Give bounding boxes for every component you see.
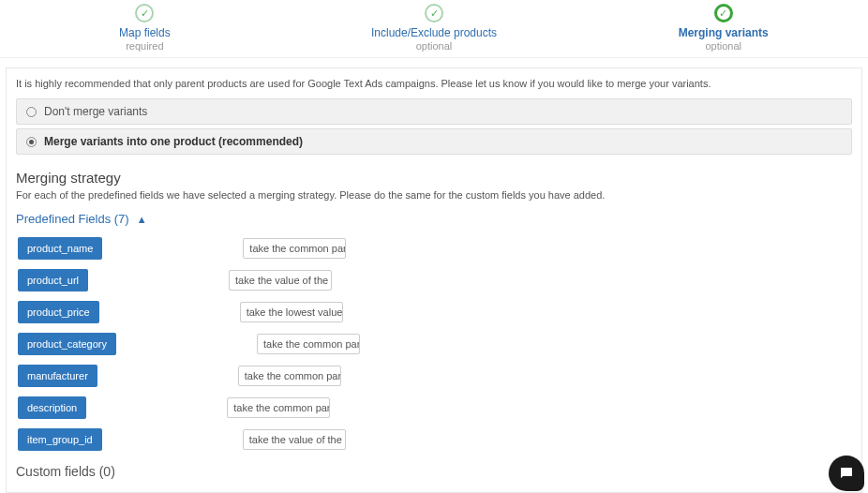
step-subtitle: optional <box>290 40 579 52</box>
field-name-tag: product_price <box>18 301 99 323</box>
field-strategy-value: take the common part <box>249 243 346 254</box>
step-include-exclude[interactable]: ✓ Include/Exclude products optional <box>290 0 579 57</box>
predefined-fields-list: product_name take the common part ▾ prod… <box>16 237 852 451</box>
option-label: Don't merge variants <box>44 105 147 118</box>
field-name-tag: description <box>18 396 86 419</box>
field-row: description take the common part ▾ <box>16 396 852 419</box>
field-row: product_category take the common part ▾ <box>16 333 852 355</box>
check-icon: ✓ <box>714 4 733 22</box>
field-strategy-select[interactable]: take the common part ▾ <box>227 397 330 418</box>
option-dont-merge[interactable]: Don't merge variants <box>16 98 852 125</box>
intro-text: It is highly recommended that only paren… <box>16 78 852 89</box>
step-title: Map fields <box>0 26 290 39</box>
option-merge[interactable]: Merge variants into one product (recomme… <box>16 128 852 155</box>
field-row: product_price take the lowest value ▾ <box>16 301 852 323</box>
field-name-tag: item_group_id <box>18 428 102 451</box>
field-strategy-select[interactable]: take the common part ▾ <box>257 334 360 354</box>
check-icon: ✓ <box>135 4 154 22</box>
strategy-sub: For each of the predefined fields we hav… <box>16 189 852 201</box>
step-subtitle: required <box>0 40 290 52</box>
step-subtitle: optional <box>578 40 868 52</box>
field-row: product_name take the common part ▾ <box>16 237 852 260</box>
field-name-tag: product_name <box>18 237 102 260</box>
field-row: manufacturer take the common part ▾ <box>16 365 852 387</box>
field-name-tag: manufacturer <box>18 365 97 387</box>
field-name-tag: product_category <box>18 333 116 355</box>
field-strategy-select[interactable]: take the common part ▾ <box>238 366 341 386</box>
field-strategy-select[interactable]: take the lowest value ▾ <box>240 302 343 322</box>
field-strategy-value: take the common part <box>245 370 341 381</box>
field-strategy-value: take the value of the first variant <box>249 434 346 445</box>
field-name-tag: product_url <box>18 269 88 291</box>
field-strategy-select[interactable]: take the value of the first variant ▾ <box>243 429 346 450</box>
step-title: Include/Exclude products <box>290 26 579 39</box>
field-strategy-select[interactable]: take the value of the first variant ▾ <box>229 270 332 291</box>
chevron-up-icon: ▲ <box>137 214 147 225</box>
custom-fields-header[interactable]: Custom fields (0) <box>16 464 852 479</box>
field-row: item_group_id take the value of the firs… <box>16 428 852 451</box>
step-title: Merging variants <box>578 26 868 39</box>
stepper: ✓ Map fields required ✓ Include/Exclude … <box>0 0 868 58</box>
step-merging-variants[interactable]: ✓ Merging variants optional <box>578 0 868 57</box>
predefined-header-label: Predefined Fields (7) <box>16 212 129 226</box>
step-map-fields[interactable]: ✓ Map fields required <box>0 0 290 57</box>
field-strategy-select[interactable]: take the common part ▾ <box>243 238 346 259</box>
field-strategy-value: take the common part <box>263 338 360 350</box>
field-row: product_url take the value of the first … <box>16 269 852 291</box>
radio-icon <box>26 107 37 117</box>
check-icon: ✓ <box>425 4 443 22</box>
field-strategy-value: take the lowest value <box>247 306 343 318</box>
chat-launcher-icon[interactable] <box>829 456 864 491</box>
predefined-fields-toggle[interactable]: Predefined Fields (7) ▲ <box>16 212 852 226</box>
field-strategy-value: take the value of the first variant <box>235 275 332 286</box>
radio-icon <box>26 137 37 147</box>
main-panel: It is highly recommended that only paren… <box>6 67 862 493</box>
option-label: Merge variants into one product (recomme… <box>44 135 303 148</box>
strategy-title: Merging strategy <box>16 170 852 186</box>
field-strategy-value: take the common part <box>233 402 330 413</box>
